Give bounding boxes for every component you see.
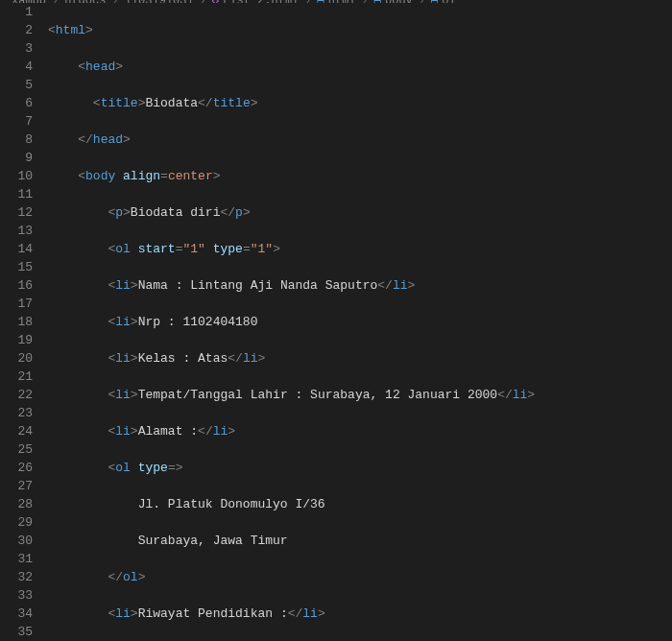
line-number: 32 [0, 568, 33, 586]
line-number: 19 [0, 331, 33, 349]
code-line[interactable]: <title>Biodata</title> [48, 94, 672, 112]
line-number: 24 [0, 422, 33, 440]
line-gutter: 1 2 3 4 5 6 7 8 9 10 11 12 13 14 15 16 1… [0, 3, 48, 641]
line-number: 17 [0, 295, 33, 313]
line-number: 13 [0, 222, 33, 240]
line-number: 31 [0, 550, 33, 568]
line-number: 12 [0, 203, 33, 222]
line-number: 1 [0, 3, 33, 21]
line-number: 14 [0, 240, 33, 258]
line-number: 26 [0, 459, 33, 477]
line-number: 4 [0, 58, 33, 76]
line-number: 7 [0, 112, 33, 131]
line-number: 29 [0, 513, 33, 532]
line-number: 21 [0, 368, 33, 386]
code-line[interactable]: Surabaya, Jawa Timur [48, 532, 672, 550]
line-number: 16 [0, 276, 33, 295]
line-number: 6 [0, 94, 33, 112]
line-number: 2 [0, 21, 33, 39]
line-number: 5 [0, 76, 33, 94]
code-line[interactable]: <li>Nama : Lintang Aji Nanda Saputro</li… [48, 276, 672, 295]
line-number: 20 [0, 349, 33, 368]
line-number: 27 [0, 477, 33, 495]
line-number: 34 [0, 605, 33, 623]
line-number: 33 [0, 586, 33, 605]
code-line[interactable]: <body align=center> [48, 167, 672, 185]
code-line[interactable]: <html> [48, 21, 672, 39]
code-line[interactable]: </ol> [48, 568, 672, 586]
line-number: 22 [0, 386, 33, 404]
line-number: 18 [0, 313, 33, 331]
code-line[interactable]: <head> [48, 58, 672, 76]
line-number: 35 [0, 623, 33, 641]
line-number: 25 [0, 440, 33, 459]
line-number: 10 [0, 167, 33, 185]
code-line[interactable]: </head> [48, 131, 672, 149]
line-number: 11 [0, 185, 33, 203]
code-line[interactable]: <li>Alamat :</li> [48, 422, 672, 440]
code-line[interactable]: <li>Nrp : 1102404180 [48, 313, 672, 331]
line-number: 3 [0, 39, 33, 58]
code-editor[interactable]: 1 2 3 4 5 6 7 8 9 10 11 12 13 14 15 16 1… [0, 3, 672, 641]
line-number: 28 [0, 495, 33, 513]
code-line[interactable]: Jl. Platuk Donomulyo I/36 [48, 495, 672, 513]
code-line[interactable]: <p>Biodata diri</p> [48, 203, 672, 222]
line-number: 15 [0, 258, 33, 276]
line-number: 23 [0, 404, 33, 422]
code-line[interactable]: <ol type=> [48, 459, 672, 477]
code-line[interactable]: <ol start="1" type="1"> [48, 240, 672, 258]
code-line[interactable]: <li>Tempat/Tanggal Lahir : Surabaya, 12 … [48, 386, 672, 404]
line-number: 8 [0, 131, 33, 149]
code-line[interactable]: <li>Riwayat Pendidikan :</li> [48, 605, 672, 623]
code-area[interactable]: <html> <head> <title>Biodata</title> </h… [48, 3, 672, 641]
line-number: 9 [0, 149, 33, 167]
code-line[interactable]: <li>Kelas : Atas</li> [48, 349, 672, 368]
line-number: 30 [0, 532, 33, 550]
